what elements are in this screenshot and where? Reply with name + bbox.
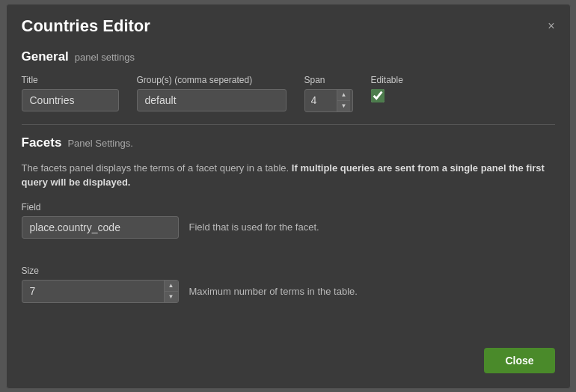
editable-label: Editable	[371, 75, 403, 85]
groups-label: Group(s) (comma seperated)	[137, 75, 287, 85]
size-group: Size ▲ ▼ Maximum number of terms in the …	[22, 266, 555, 318]
groups-input[interactable]	[137, 89, 287, 111]
countries-editor-dialog: Countries Editor × General panel setting…	[6, 4, 571, 389]
span-input-wrapper: ▲ ▼	[304, 89, 353, 112]
title-group: Title	[22, 75, 119, 111]
size-label: Size	[22, 266, 555, 276]
facets-subheading: Panel Settings.	[67, 138, 132, 149]
general-heading: General	[22, 49, 69, 64]
field-input-row: Field that is used for the facet.	[22, 216, 555, 239]
field-label: Field	[22, 202, 555, 212]
size-increment-button[interactable]: ▲	[165, 281, 178, 291]
close-button[interactable]: Close	[484, 348, 554, 373]
section-divider	[22, 124, 555, 125]
facets-heading: Facets	[22, 135, 62, 150]
span-decrement-button[interactable]: ▼	[337, 100, 351, 111]
facets-description-normal: The facets panel displays the terms of a…	[22, 162, 289, 174]
span-spinner: ▲ ▼	[337, 90, 351, 111]
general-subheading: panel settings	[75, 52, 135, 63]
field-hint: Field that is used for the facet.	[189, 221, 319, 233]
size-input-row: ▲ ▼ Maximum number of terms in the table…	[22, 280, 555, 303]
span-label: Span	[304, 75, 353, 85]
dialog-title: Countries Editor	[22, 16, 150, 36]
span-input[interactable]	[305, 90, 337, 111]
size-decrement-button[interactable]: ▼	[165, 291, 178, 302]
span-group: Span ▲ ▼	[304, 75, 353, 112]
facets-description: The facets panel displays the terms of a…	[22, 161, 555, 190]
field-group: Field Field that is used for the facet.	[22, 202, 555, 254]
span-increment-button[interactable]: ▲	[337, 90, 351, 100]
size-input[interactable]	[22, 281, 164, 301]
size-input-wrapper: ▲ ▼	[22, 280, 179, 303]
editable-checkbox[interactable]	[371, 89, 384, 102]
groups-group: Group(s) (comma seperated)	[137, 75, 287, 111]
editable-group: Editable	[371, 75, 403, 102]
size-hint: Maximum number of terms in the table.	[189, 286, 358, 297]
facets-section-header: Facets Panel Settings.	[22, 135, 555, 150]
dialog-title-bar: Countries Editor ×	[22, 16, 555, 36]
dialog-footer: Close	[22, 340, 555, 373]
general-section-header: General panel settings	[22, 49, 555, 64]
title-label: Title	[22, 75, 119, 85]
field-input[interactable]	[22, 216, 179, 239]
title-input[interactable]	[22, 89, 119, 111]
dialog-close-x-button[interactable]: ×	[548, 20, 554, 32]
general-form-row: Title Group(s) (comma seperated) Span ▲ …	[22, 75, 555, 112]
size-spinner: ▲ ▼	[164, 281, 178, 302]
